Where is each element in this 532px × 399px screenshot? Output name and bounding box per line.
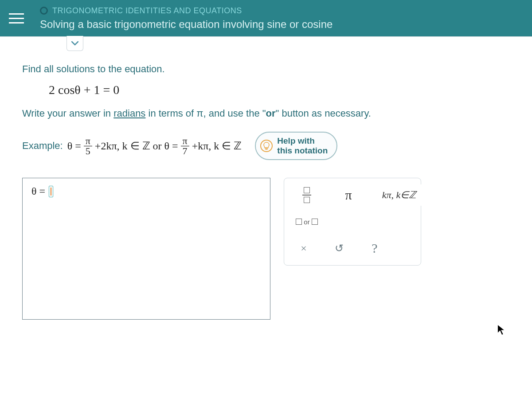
text-cursor-icon — [49, 186, 53, 197]
frac2-den: 7 — [181, 146, 189, 156]
header-text-block: TRIGONOMETRIC IDENTITIES AND EQUATIONS S… — [40, 6, 332, 31]
help-button[interactable]: ? — [362, 238, 387, 259]
frac1-den: 5 — [84, 146, 92, 156]
help-text: Help with this notation — [277, 136, 328, 156]
answer-theta: θ = — [31, 185, 45, 197]
work-row: θ = π kπ, k∈ℤ — [22, 178, 510, 320]
fraction-pi-5: π 5 — [84, 136, 92, 156]
instr2-pre: Write your answer in — [22, 108, 113, 119]
kpi-button[interactable]: kπ, k∈ℤ — [375, 184, 423, 206]
menu-icon[interactable] — [9, 9, 27, 27]
example-row: Example: θ = π 5 +2kπ, k ∈ ℤ or θ = π 7 … — [22, 132, 510, 160]
instruction-text: Find all solutions to the equation. — [22, 63, 510, 75]
content-area: Find all solutions to the equation. 2 co… — [0, 36, 532, 399]
help-notation-button[interactable]: Help with this notation — [255, 132, 337, 160]
clear-icon: × — [301, 243, 307, 254]
radians-link[interactable]: radians — [113, 108, 145, 119]
or-button[interactable]: or — [291, 211, 322, 232]
example-label: Example: — [22, 140, 63, 152]
example-theta1: θ = — [67, 140, 81, 152]
breadcrumb: TRIGONOMETRIC IDENTITIES AND EQUATIONS — [52, 6, 242, 16]
instruction-text-2: Write your answer in radians in terms of… — [22, 108, 510, 119]
progress-circle-icon — [40, 7, 48, 15]
frac1-num: π — [84, 136, 92, 146]
question-icon: ? — [372, 241, 377, 256]
equation-display: 2 cosθ + 1 = 0 — [49, 83, 510, 97]
clear-button[interactable]: × — [291, 238, 316, 259]
example-tail2: +kπ, k ∈ ℤ — [192, 140, 242, 152]
reset-button[interactable]: ↺ — [327, 238, 352, 259]
pi-button[interactable]: π — [333, 184, 364, 206]
fraction-pi-7: π 7 — [181, 136, 189, 156]
frac2-num: π — [181, 136, 189, 146]
answer-input-box[interactable]: θ = — [22, 178, 270, 320]
or-icon: or — [296, 218, 317, 226]
instr2-mid: in terms of π, and use the " — [145, 108, 266, 119]
kpi-label: kπ, k∈ℤ — [382, 189, 416, 201]
or-label: or — [304, 218, 309, 226]
pi-symbol: π — [345, 188, 352, 203]
help-line2: this notation — [277, 146, 328, 156]
fraction-icon — [302, 187, 311, 203]
lightbulb-icon — [260, 140, 273, 152]
reset-icon: ↺ — [335, 242, 344, 254]
example-expression: Example: θ = π 5 +2kπ, k ∈ ℤ or θ = π 7 … — [22, 136, 242, 156]
instr2-post: " button as necessary. — [276, 108, 371, 119]
expand-toggle[interactable] — [66, 36, 83, 51]
example-tail1: +2kπ, k ∈ ℤ or θ = — [95, 140, 178, 152]
tool-palette: π kπ, k∈ℤ or × ↺ — [284, 178, 421, 266]
fraction-button[interactable] — [291, 184, 322, 206]
page-header: TRIGONOMETRIC IDENTITIES AND EQUATIONS S… — [0, 0, 532, 36]
instr2-or: or — [266, 108, 276, 119]
help-line1: Help with — [277, 136, 328, 146]
lesson-title: Solving a basic trigonometric equation i… — [40, 18, 332, 31]
